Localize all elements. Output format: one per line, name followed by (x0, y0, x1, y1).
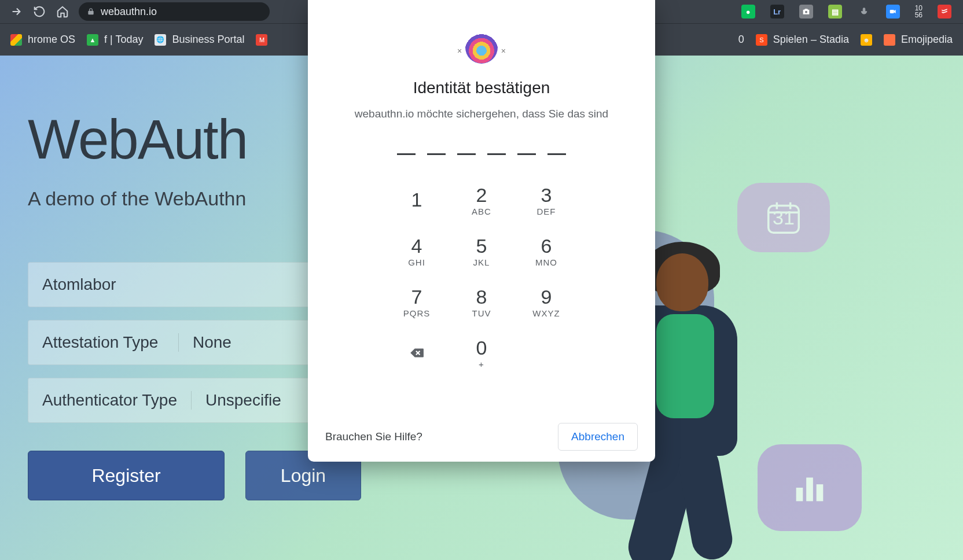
help-link[interactable]: Brauchen Sie Hilfe? (325, 430, 422, 443)
key-letters: GHI (408, 257, 425, 267)
home-button[interactable] (51, 0, 74, 23)
key-digit: 5 (476, 235, 487, 256)
keypad-3[interactable]: 3 DEF (514, 175, 579, 226)
register-button[interactable]: Register (28, 451, 225, 500)
bookmark-item[interactable]: ☻ (855, 30, 878, 50)
bookmark-label: Business Portal (172, 34, 244, 46)
key-digit: 0 (476, 337, 487, 358)
svg-rect-5 (806, 478, 813, 502)
key-letters: DEF (537, 207, 556, 216)
keypad-2[interactable]: 2 ABC (449, 175, 514, 226)
key-digit: 9 (541, 286, 552, 307)
keypad-7[interactable]: 7 PQRS (384, 277, 449, 327)
keypad-backspace[interactable] (384, 327, 449, 378)
key-letters: + (479, 359, 484, 369)
cancel-button[interactable]: Abbrechen (558, 423, 638, 451)
forward-button[interactable] (5, 0, 28, 23)
pin-keypad: 1 2 ABC 3 DEF 4 GHI 5 JKL 6 MNO (331, 175, 632, 378)
bookmark-stadia[interactable]: S Spielen – Stadia (750, 29, 855, 50)
key-letters: ABC (472, 207, 491, 216)
extension-icon[interactable]: Lr (770, 5, 784, 19)
bookmark-chromeos[interactable]: hrome OS (5, 29, 81, 50)
calendar-day: 31 (773, 207, 795, 229)
bookmark-gmail[interactable]: M (250, 30, 273, 50)
extension-icon[interactable]: ● (741, 5, 755, 19)
chart-tile (758, 444, 862, 531)
keypad-8[interactable]: 8 TUV (449, 277, 514, 327)
button-label: Register (91, 465, 160, 487)
svg-rect-6 (817, 484, 824, 501)
bookmark-business-portal[interactable]: 🌐 Business Portal (149, 29, 250, 50)
pin-slot (457, 153, 476, 155)
stadia-icon: S (756, 34, 767, 46)
keypad-5[interactable]: 5 JKL (449, 226, 514, 277)
identity-verify-dialog: Identität bestätigen webauthn.io möchte … (308, 0, 655, 462)
url-text: webauthn.io (101, 6, 157, 18)
pin-input[interactable] (331, 153, 632, 155)
keypad-4[interactable]: 4 GHI (384, 226, 449, 277)
key-digit: 7 (411, 286, 422, 307)
key-digit: 1 (411, 189, 422, 210)
field-value: Unspecifie (192, 391, 295, 410)
key-digit: 3 (541, 185, 552, 205)
bookmark-label: hrome OS (28, 34, 75, 46)
extension-todoist-icon[interactable] (938, 5, 951, 19)
pin-slot (547, 153, 566, 155)
gmail-icon: M (256, 34, 267, 46)
username-value: Atomlabor (28, 275, 130, 294)
bookmark-item[interactable]: 0 (733, 29, 750, 50)
reload-button[interactable] (28, 0, 51, 23)
svg-point-0 (805, 11, 807, 13)
extension-zoom-icon[interactable] (886, 5, 900, 19)
bookmark-feedly[interactable]: ▲ f | Today (81, 29, 149, 50)
bookmark-label: 0 (738, 34, 744, 46)
key-letters: MNO (535, 257, 557, 267)
profile-avatar (465, 31, 498, 64)
extension-icon[interactable]: ▤ (828, 5, 842, 19)
bookmark-favicon (884, 34, 895, 46)
toolbar-extensions: ● Lr ▤ 1056 (741, 5, 951, 19)
lock-icon (87, 8, 95, 16)
key-letters: TUV (472, 308, 491, 318)
key-letters: WXYZ (532, 308, 560, 318)
svg-rect-4 (796, 488, 803, 501)
field-label: Authenticator Type (28, 391, 192, 410)
clock: 1056 (915, 5, 922, 19)
keypad-6[interactable]: 6 MNO (514, 226, 579, 277)
extension-camera-icon[interactable] (799, 5, 813, 19)
bookmark-favicon: ☻ (861, 34, 872, 46)
dialog-title: Identität bestätigen (331, 79, 632, 97)
key-digit: 8 (476, 286, 487, 307)
keypad-1[interactable]: 1 (384, 175, 449, 226)
key-digit: 2 (476, 185, 487, 205)
pin-slot (517, 153, 536, 155)
bookmark-label: Spielen – Stadia (773, 34, 849, 46)
microphone-icon[interactable] (857, 5, 871, 19)
field-value: None (179, 333, 245, 352)
bookmark-label: Emojipedia (901, 34, 953, 46)
button-label: Login (281, 465, 326, 487)
button-label: Abbrechen (571, 430, 624, 443)
calendar-tile: 31 (737, 183, 830, 252)
bookmark-label: f | Today (104, 34, 143, 46)
key-digit: 6 (541, 235, 552, 256)
backspace-icon (409, 345, 424, 360)
feedly-icon: ▲ (87, 34, 98, 46)
pin-slot (487, 153, 506, 155)
address-bar[interactable]: webauthn.io (79, 2, 270, 21)
chrome-icon (10, 34, 22, 46)
pin-slot (427, 153, 446, 155)
key-letters: PQRS (403, 308, 431, 318)
key-letters: JKL (473, 257, 490, 267)
keypad-0[interactable]: 0 + (449, 327, 514, 378)
svg-rect-2 (890, 10, 894, 13)
bookmark-emojipedia[interactable]: Emojipedia (878, 29, 958, 50)
dialog-subtitle: webauthn.io möchte sichergehen, dass Sie… (331, 108, 632, 120)
globe-icon: 🌐 (155, 34, 166, 46)
pin-slot (397, 153, 416, 155)
field-label: Attestation Type (28, 333, 179, 352)
keypad-9[interactable]: 9 WXYZ (514, 277, 579, 327)
key-digit: 4 (411, 235, 422, 256)
